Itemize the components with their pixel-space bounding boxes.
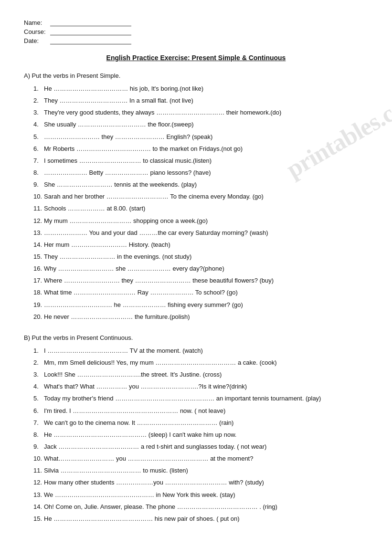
item-number: 10.	[33, 192, 44, 201]
item-number: 7.	[33, 156, 44, 166]
item-content: ………………… Betty ………………… piano lessons? (ha…	[44, 168, 368, 178]
item-number: 15.	[33, 252, 44, 262]
item-number: 10.	[33, 454, 44, 463]
section-a: A) Put the verbs in Present Simple. 1.He…	[24, 72, 368, 322]
course-underline	[50, 29, 131, 35]
list-item: 18.What time ………………………… Ray ………………… To s…	[33, 288, 368, 297]
item-content: He ……………………………………… (sleep) I can't wake …	[44, 430, 368, 440]
item-content: Schools ……………… at 8.00. (start)	[44, 204, 368, 213]
item-content: My mum ………………………… shopping once a week.(…	[44, 216, 368, 226]
list-item: 9.Jack ………………………………… a red t-shirt and s…	[33, 442, 368, 452]
list-item: 7.We can't go to the cinema now. It ……………	[33, 418, 368, 428]
item-number: 9.	[33, 442, 44, 452]
list-item: 4.She usually …………………………… the floor.(swe…	[33, 120, 368, 129]
item-number: 17.	[33, 276, 44, 285]
item-number: 20.	[33, 312, 44, 322]
item-number: 13.	[33, 228, 44, 238]
list-item: 6.Mr Roberts ……………………………… to the market …	[33, 144, 368, 154]
list-item: 13.………………… You and your dad ………the car e…	[33, 228, 368, 238]
list-item: 20.He never ………………………… the furniture.(po…	[33, 312, 368, 322]
list-item: 17.Where ……………………… they ……………………… these …	[33, 276, 368, 285]
item-number: 11.	[33, 204, 44, 213]
item-content: How many other students ………………you …………………	[44, 478, 368, 487]
date-field-line: Date:	[24, 37, 368, 44]
item-number: 6.	[33, 144, 44, 154]
course-label: Course:	[24, 28, 50, 35]
item-content: I sometimes ………………………… to classical musi…	[44, 156, 368, 166]
item-content: We ………………………………………… in New York this wee…	[44, 490, 368, 500]
item-content: ……………………… they …………………… English? (speak)	[44, 132, 368, 142]
item-number: 11.	[33, 466, 44, 475]
list-item: 14.Oh! Come on, Julie. Answer, please. T…	[33, 502, 368, 512]
list-item: 8.………………… Betty ………………… piano lessons? (…	[33, 168, 368, 178]
item-content: She ……………………… tennis at the weekends. (p…	[44, 180, 368, 190]
list-item: 2.They …………………………… In a small flat. (not…	[33, 96, 368, 105]
item-content: Why ……………………… she ………………… every day?(pho…	[44, 264, 368, 274]
item-number: 4.	[33, 382, 44, 391]
item-number: 2.	[33, 96, 44, 105]
header-fields: Name: Course: Date:	[24, 19, 368, 44]
section-b: B) Put the verbs in Present Continuous. …	[24, 334, 368, 524]
item-content: …………………………… he ………………… fishing every sum…	[44, 300, 368, 310]
item-number: 5.	[33, 132, 44, 142]
list-item: 15.They ……………………… in the evenings. (not …	[33, 252, 368, 262]
item-content: Oh! Come on, Julie. Answer, please. The …	[44, 502, 368, 512]
date-label: Date:	[24, 37, 50, 44]
page-title: English Practice Exercise: Present Simpl…	[24, 54, 368, 62]
item-number: 15.	[33, 514, 44, 524]
name-field-line: Name:	[24, 19, 368, 26]
list-item: 12.How many other students ………………you …………	[33, 478, 368, 487]
item-number: 3.	[33, 370, 44, 379]
item-number: 9.	[33, 180, 44, 190]
list-item: 7.I sometimes ………………………… to classical mu…	[33, 156, 368, 166]
list-item: 1.He ……………………………… his job, It's boring.(…	[33, 84, 368, 94]
item-content: They're very good students, they always …	[44, 108, 368, 117]
item-number: 12.	[33, 216, 44, 226]
list-item: 15.He ………………………………………… his new pair of s…	[33, 514, 368, 524]
item-content: I ………………………………… TV at the moment. (watch…	[44, 346, 368, 356]
list-item: 2.Mm, mm Smell delicious!! Yes, my mum ……	[33, 358, 368, 368]
list-item: 1.I ………………………………… TV at the moment. (wat…	[33, 346, 368, 356]
item-number: 1.	[33, 346, 44, 356]
list-item: 11.Schools ……………… at 8.00. (start)	[33, 204, 368, 213]
item-content: He ……………………………… his job, It's boring.(no…	[44, 84, 368, 94]
item-number: 14.	[33, 240, 44, 250]
item-number: 2.	[33, 358, 44, 368]
list-item: 11.Silvia ………………………………… to music. (liste…	[33, 466, 368, 475]
list-item: 3.Look!!! She ………………………….the street. It'…	[33, 370, 368, 379]
item-content: Mr Roberts ……………………………… to the market on…	[44, 144, 368, 154]
item-content: She usually …………………………… the floor.(sweep…	[44, 120, 368, 129]
item-number: 14.	[33, 502, 44, 512]
item-content: We can't go to the cinema now. It …………………	[44, 418, 368, 428]
list-item: 13.We ………………………………………… in New York this …	[33, 490, 368, 500]
item-content: Silvia ………………………………… to music. (listen)	[44, 466, 368, 475]
list-item: 19.…………………………… he ………………… fishing every …	[33, 300, 368, 310]
item-content: Her mum ……………………… History. (teach)	[44, 240, 368, 250]
item-number: 7.	[33, 418, 44, 428]
item-number: 8.	[33, 430, 44, 440]
item-number: 6.	[33, 406, 44, 416]
item-number: 13.	[33, 490, 44, 500]
list-item: 9.She ……………………… tennis at the weekends. …	[33, 180, 368, 190]
item-number: 3.	[33, 108, 44, 117]
item-content: Jack ………………………………… a red t-shirt and sun…	[44, 442, 368, 452]
item-content: ………………… You and your dad ………the car ever…	[44, 228, 368, 238]
item-number: 18.	[33, 288, 44, 297]
item-content: Mm, mm Smell delicious!! Yes, my mum …………	[44, 358, 368, 368]
list-item: 5.Today my brother's friend …………………………………	[33, 394, 368, 403]
list-item: 16.Why ……………………… she ………………… every day?(…	[33, 264, 368, 274]
item-number: 16.	[33, 264, 44, 274]
item-content: What time ………………………… Ray ………………… To scho…	[44, 288, 368, 297]
item-number: 12.	[33, 478, 44, 487]
list-item: 8.He ……………………………………… (sleep) I can't wak…	[33, 430, 368, 440]
item-number: 4.	[33, 120, 44, 129]
list-item: 3.They're very good students, they alway…	[33, 108, 368, 117]
item-content: Sarah and her brother ………………………… To the …	[44, 192, 368, 201]
section-a-list: 1.He ……………………………… his job, It's boring.(…	[24, 84, 368, 322]
item-number: 8.	[33, 168, 44, 178]
item-content: I'm tired. I …………………………………………… now. ( no…	[44, 406, 368, 416]
item-content: He never ………………………… the furniture.(polis…	[44, 312, 368, 322]
section-b-title: B) Put the verbs in Present Continuous.	[24, 334, 368, 341]
item-content: What's that? What …………… you ……………………….?I…	[44, 382, 368, 391]
list-item: 10.Sarah and her brother ………………………… To t…	[33, 192, 368, 201]
